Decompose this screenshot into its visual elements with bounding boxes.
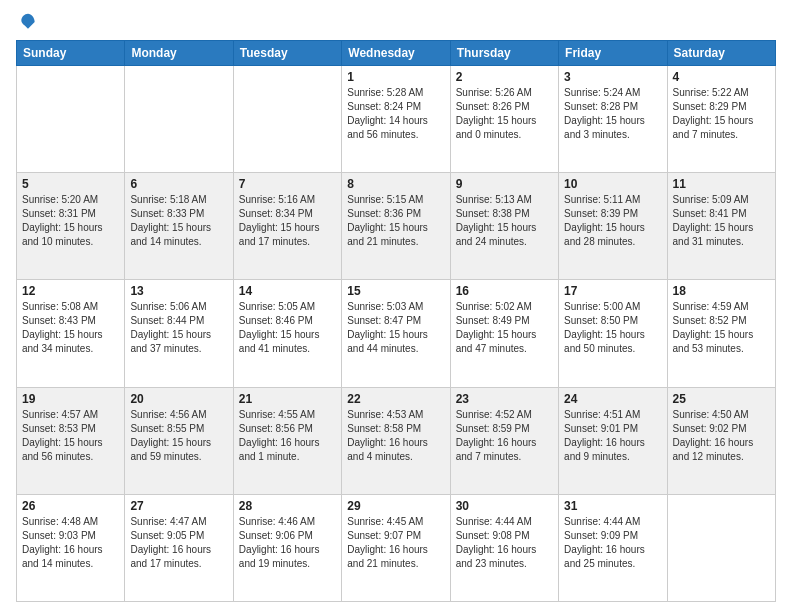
day-info: Sunrise: 5:11 AM Sunset: 8:39 PM Dayligh… <box>564 193 661 249</box>
day-number: 23 <box>456 392 553 406</box>
day-info: Sunrise: 5:08 AM Sunset: 8:43 PM Dayligh… <box>22 300 119 356</box>
calendar-cell <box>125 66 233 173</box>
calendar-cell: 12Sunrise: 5:08 AM Sunset: 8:43 PM Dayli… <box>17 280 125 387</box>
calendar-cell: 16Sunrise: 5:02 AM Sunset: 8:49 PM Dayli… <box>450 280 558 387</box>
day-number: 14 <box>239 284 336 298</box>
day-number: 10 <box>564 177 661 191</box>
day-number: 2 <box>456 70 553 84</box>
day-info: Sunrise: 5:05 AM Sunset: 8:46 PM Dayligh… <box>239 300 336 356</box>
day-number: 18 <box>673 284 770 298</box>
calendar-cell: 18Sunrise: 4:59 AM Sunset: 8:52 PM Dayli… <box>667 280 775 387</box>
day-number: 22 <box>347 392 444 406</box>
calendar-cell <box>233 66 341 173</box>
calendar-header-row: SundayMondayTuesdayWednesdayThursdayFrid… <box>17 41 776 66</box>
day-info: Sunrise: 4:53 AM Sunset: 8:58 PM Dayligh… <box>347 408 444 464</box>
calendar-week-5: 26Sunrise: 4:48 AM Sunset: 9:03 PM Dayli… <box>17 494 776 601</box>
calendar-cell: 23Sunrise: 4:52 AM Sunset: 8:59 PM Dayli… <box>450 387 558 494</box>
day-number: 5 <box>22 177 119 191</box>
day-info: Sunrise: 4:51 AM Sunset: 9:01 PM Dayligh… <box>564 408 661 464</box>
day-info: Sunrise: 4:52 AM Sunset: 8:59 PM Dayligh… <box>456 408 553 464</box>
day-number: 7 <box>239 177 336 191</box>
day-number: 11 <box>673 177 770 191</box>
day-info: Sunrise: 4:44 AM Sunset: 9:09 PM Dayligh… <box>564 515 661 571</box>
page: SundayMondayTuesdayWednesdayThursdayFrid… <box>0 0 792 612</box>
day-header-friday: Friday <box>559 41 667 66</box>
day-number: 25 <box>673 392 770 406</box>
calendar-week-1: 1Sunrise: 5:28 AM Sunset: 8:24 PM Daylig… <box>17 66 776 173</box>
calendar-cell: 10Sunrise: 5:11 AM Sunset: 8:39 PM Dayli… <box>559 173 667 280</box>
logo-text <box>16 12 38 32</box>
logo-icon <box>18 12 38 32</box>
day-info: Sunrise: 4:48 AM Sunset: 9:03 PM Dayligh… <box>22 515 119 571</box>
calendar-cell <box>667 494 775 601</box>
day-number: 24 <box>564 392 661 406</box>
day-info: Sunrise: 4:50 AM Sunset: 9:02 PM Dayligh… <box>673 408 770 464</box>
calendar-cell: 8Sunrise: 5:15 AM Sunset: 8:36 PM Daylig… <box>342 173 450 280</box>
day-info: Sunrise: 4:46 AM Sunset: 9:06 PM Dayligh… <box>239 515 336 571</box>
day-info: Sunrise: 5:26 AM Sunset: 8:26 PM Dayligh… <box>456 86 553 142</box>
day-number: 12 <box>22 284 119 298</box>
day-number: 21 <box>239 392 336 406</box>
day-info: Sunrise: 4:59 AM Sunset: 8:52 PM Dayligh… <box>673 300 770 356</box>
day-number: 29 <box>347 499 444 513</box>
calendar-cell: 4Sunrise: 5:22 AM Sunset: 8:29 PM Daylig… <box>667 66 775 173</box>
day-header-saturday: Saturday <box>667 41 775 66</box>
day-header-tuesday: Tuesday <box>233 41 341 66</box>
logo <box>16 12 38 32</box>
calendar-cell: 1Sunrise: 5:28 AM Sunset: 8:24 PM Daylig… <box>342 66 450 173</box>
calendar-cell <box>17 66 125 173</box>
day-number: 28 <box>239 499 336 513</box>
day-number: 9 <box>456 177 553 191</box>
calendar-cell: 11Sunrise: 5:09 AM Sunset: 8:41 PM Dayli… <box>667 173 775 280</box>
calendar-week-2: 5Sunrise: 5:20 AM Sunset: 8:31 PM Daylig… <box>17 173 776 280</box>
calendar-week-4: 19Sunrise: 4:57 AM Sunset: 8:53 PM Dayli… <box>17 387 776 494</box>
day-info: Sunrise: 5:18 AM Sunset: 8:33 PM Dayligh… <box>130 193 227 249</box>
day-number: 4 <box>673 70 770 84</box>
day-number: 3 <box>564 70 661 84</box>
day-number: 16 <box>456 284 553 298</box>
calendar-cell: 31Sunrise: 4:44 AM Sunset: 9:09 PM Dayli… <box>559 494 667 601</box>
day-number: 27 <box>130 499 227 513</box>
calendar-cell: 6Sunrise: 5:18 AM Sunset: 8:33 PM Daylig… <box>125 173 233 280</box>
calendar-cell: 9Sunrise: 5:13 AM Sunset: 8:38 PM Daylig… <box>450 173 558 280</box>
day-info: Sunrise: 5:03 AM Sunset: 8:47 PM Dayligh… <box>347 300 444 356</box>
day-info: Sunrise: 4:44 AM Sunset: 9:08 PM Dayligh… <box>456 515 553 571</box>
calendar-cell: 22Sunrise: 4:53 AM Sunset: 8:58 PM Dayli… <box>342 387 450 494</box>
day-header-monday: Monday <box>125 41 233 66</box>
day-info: Sunrise: 5:28 AM Sunset: 8:24 PM Dayligh… <box>347 86 444 142</box>
day-info: Sunrise: 5:06 AM Sunset: 8:44 PM Dayligh… <box>130 300 227 356</box>
day-info: Sunrise: 4:57 AM Sunset: 8:53 PM Dayligh… <box>22 408 119 464</box>
calendar-week-3: 12Sunrise: 5:08 AM Sunset: 8:43 PM Dayli… <box>17 280 776 387</box>
calendar-cell: 15Sunrise: 5:03 AM Sunset: 8:47 PM Dayli… <box>342 280 450 387</box>
day-info: Sunrise: 5:02 AM Sunset: 8:49 PM Dayligh… <box>456 300 553 356</box>
calendar-cell: 27Sunrise: 4:47 AM Sunset: 9:05 PM Dayli… <box>125 494 233 601</box>
day-info: Sunrise: 5:24 AM Sunset: 8:28 PM Dayligh… <box>564 86 661 142</box>
day-number: 6 <box>130 177 227 191</box>
calendar-cell: 7Sunrise: 5:16 AM Sunset: 8:34 PM Daylig… <box>233 173 341 280</box>
calendar-cell: 29Sunrise: 4:45 AM Sunset: 9:07 PM Dayli… <box>342 494 450 601</box>
calendar-cell: 20Sunrise: 4:56 AM Sunset: 8:55 PM Dayli… <box>125 387 233 494</box>
header <box>16 12 776 32</box>
day-number: 15 <box>347 284 444 298</box>
day-info: Sunrise: 5:00 AM Sunset: 8:50 PM Dayligh… <box>564 300 661 356</box>
day-info: Sunrise: 5:09 AM Sunset: 8:41 PM Dayligh… <box>673 193 770 249</box>
calendar-cell: 3Sunrise: 5:24 AM Sunset: 8:28 PM Daylig… <box>559 66 667 173</box>
calendar-table: SundayMondayTuesdayWednesdayThursdayFrid… <box>16 40 776 602</box>
calendar-cell: 19Sunrise: 4:57 AM Sunset: 8:53 PM Dayli… <box>17 387 125 494</box>
calendar-cell: 21Sunrise: 4:55 AM Sunset: 8:56 PM Dayli… <box>233 387 341 494</box>
day-info: Sunrise: 4:47 AM Sunset: 9:05 PM Dayligh… <box>130 515 227 571</box>
day-info: Sunrise: 4:55 AM Sunset: 8:56 PM Dayligh… <box>239 408 336 464</box>
day-number: 17 <box>564 284 661 298</box>
calendar-cell: 28Sunrise: 4:46 AM Sunset: 9:06 PM Dayli… <box>233 494 341 601</box>
day-number: 13 <box>130 284 227 298</box>
day-number: 19 <box>22 392 119 406</box>
day-info: Sunrise: 5:22 AM Sunset: 8:29 PM Dayligh… <box>673 86 770 142</box>
day-number: 8 <box>347 177 444 191</box>
calendar-cell: 26Sunrise: 4:48 AM Sunset: 9:03 PM Dayli… <box>17 494 125 601</box>
calendar-cell: 14Sunrise: 5:05 AM Sunset: 8:46 PM Dayli… <box>233 280 341 387</box>
calendar-cell: 30Sunrise: 4:44 AM Sunset: 9:08 PM Dayli… <box>450 494 558 601</box>
day-info: Sunrise: 4:45 AM Sunset: 9:07 PM Dayligh… <box>347 515 444 571</box>
day-info: Sunrise: 5:16 AM Sunset: 8:34 PM Dayligh… <box>239 193 336 249</box>
calendar-cell: 5Sunrise: 5:20 AM Sunset: 8:31 PM Daylig… <box>17 173 125 280</box>
day-info: Sunrise: 4:56 AM Sunset: 8:55 PM Dayligh… <box>130 408 227 464</box>
